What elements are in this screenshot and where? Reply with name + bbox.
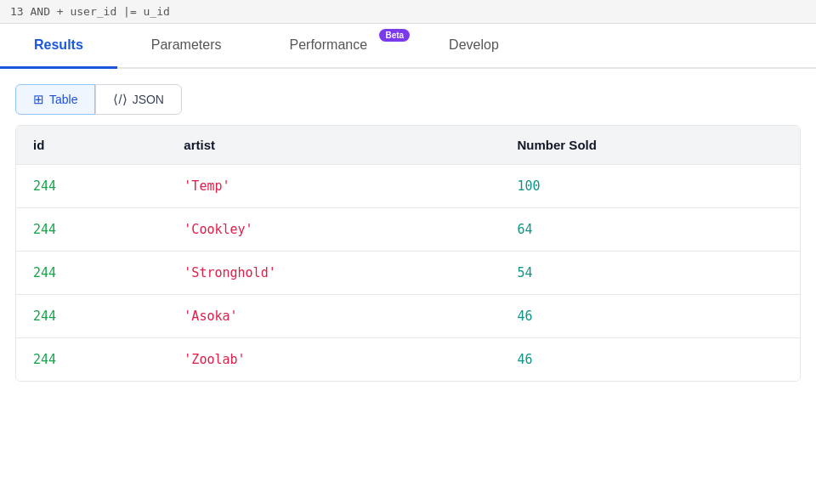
cell-number-sold: 64	[501, 208, 800, 252]
cell-id: 244	[16, 208, 167, 252]
tab-develop-label: Develop	[449, 37, 499, 52]
table-row: 244'Zoolab'46	[16, 338, 800, 382]
col-header-artist: artist	[167, 126, 500, 165]
cell-id: 244	[16, 165, 167, 208]
json-view-label: JSON	[133, 93, 164, 106]
tab-parameters-label: Parameters	[151, 37, 222, 52]
cell-number-sold: 100	[501, 165, 800, 208]
json-icon: ⟨/⟩	[113, 92, 127, 107]
table-view-button[interactable]: ⊞ Table	[15, 84, 95, 115]
beta-badge: Beta	[379, 29, 410, 42]
topbar-text: 13 AND + user_id |= u_id	[10, 5, 170, 18]
col-header-number-sold: Number Sold	[501, 126, 800, 165]
header-row: id artist Number Sold	[16, 126, 800, 165]
cell-number-sold: 46	[501, 295, 800, 338]
json-view-button[interactable]: ⟨/⟩ JSON	[95, 84, 182, 115]
tab-develop[interactable]: Develop	[415, 24, 533, 69]
cell-artist: 'Stronghold'	[167, 252, 500, 295]
tab-parameters[interactable]: Parameters	[117, 24, 256, 69]
cell-id: 244	[16, 252, 167, 295]
topbar: 13 AND + user_id |= u_id	[0, 0, 816, 24]
tab-performance-label: Performance	[290, 37, 368, 52]
tab-results-label: Results	[34, 37, 83, 52]
cell-id: 244	[16, 295, 167, 338]
tab-results[interactable]: Results	[0, 24, 117, 69]
table-row: 244'Temp'100	[16, 165, 800, 208]
cell-artist: 'Asoka'	[167, 295, 500, 338]
table-icon: ⊞	[33, 92, 44, 107]
col-header-id: id	[16, 126, 167, 165]
tab-bar: Results Parameters Performance Beta Deve…	[0, 24, 816, 69]
cell-artist: 'Zoolab'	[167, 338, 500, 382]
cell-number-sold: 46	[501, 338, 800, 382]
cell-artist: 'Temp'	[167, 165, 500, 208]
tab-performance[interactable]: Performance Beta	[256, 24, 416, 69]
results-table: id artist Number Sold 244'Temp'100244'Co…	[16, 126, 800, 381]
view-toggle: ⊞ Table ⟨/⟩ JSON	[15, 84, 801, 115]
cell-number-sold: 54	[501, 252, 800, 295]
table-body: 244'Temp'100244'Cookley'64244'Stronghold…	[16, 165, 800, 382]
results-table-container: id artist Number Sold 244'Temp'100244'Co…	[15, 125, 801, 382]
cell-id: 244	[16, 338, 167, 382]
table-header: id artist Number Sold	[16, 126, 800, 165]
table-view-label: Table	[49, 93, 77, 106]
cell-artist: 'Cookley'	[167, 208, 500, 252]
table-row: 244'Asoka'46	[16, 295, 800, 338]
table-row: 244'Stronghold'54	[16, 252, 800, 295]
table-row: 244'Cookley'64	[16, 208, 800, 252]
